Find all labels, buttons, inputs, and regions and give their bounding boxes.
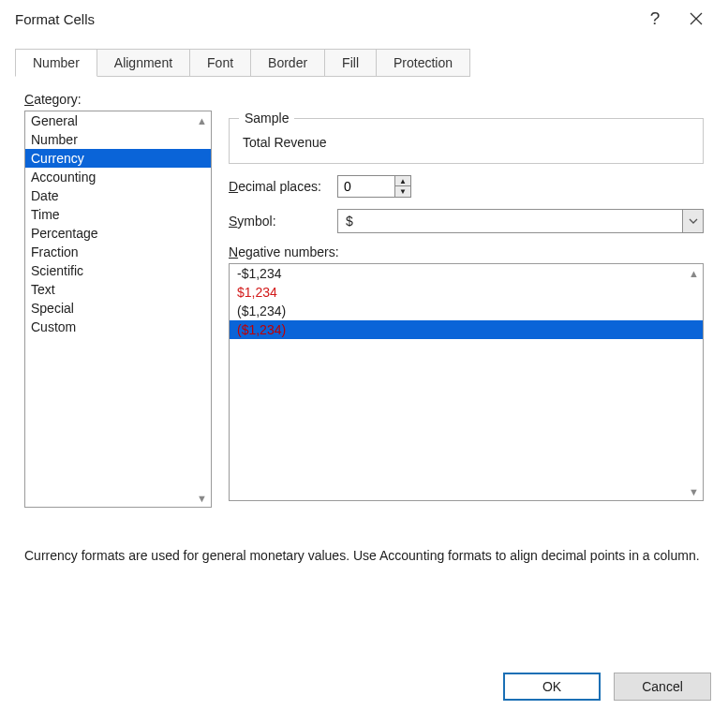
- negative-scrollbar[interactable]: ▲ ▼: [686, 265, 702, 499]
- category-item-date[interactable]: Date: [25, 186, 211, 205]
- category-listbox[interactable]: GeneralNumberCurrencyAccountingDateTimeP…: [24, 111, 212, 508]
- category-item-fraction[interactable]: Fraction: [25, 243, 211, 261]
- negative-option[interactable]: $1,234: [230, 283, 703, 302]
- negative-numbers-label: Negative numbers:: [229, 244, 704, 259]
- ok-button[interactable]: OK: [503, 673, 601, 701]
- tab-fill[interactable]: Fill: [325, 49, 377, 77]
- tab-alignment[interactable]: Alignment: [97, 49, 190, 77]
- sample-groupbox: Sample Total Revenue: [229, 111, 704, 164]
- symbol-value: $: [338, 214, 682, 229]
- sample-value: Total Revenue: [239, 135, 693, 150]
- help-icon[interactable]: ?: [634, 0, 676, 37]
- category-item-currency[interactable]: Currency: [25, 149, 211, 168]
- category-item-general[interactable]: General: [25, 111, 211, 130]
- title-bar: Format Cells ?: [0, 0, 728, 37]
- close-icon[interactable]: [676, 0, 717, 37]
- category-item-percentage[interactable]: Percentage: [25, 224, 211, 243]
- negative-option[interactable]: ($1,234): [230, 302, 703, 320]
- tab-border[interactable]: Border: [251, 49, 325, 77]
- category-label: Category:: [24, 92, 704, 107]
- decimal-places-input[interactable]: [338, 176, 394, 197]
- category-item-scientific[interactable]: Scientific: [25, 261, 211, 280]
- scroll-down-icon[interactable]: ▼: [686, 483, 702, 499]
- window-title: Format Cells: [15, 11, 634, 27]
- spinner-up-icon[interactable]: ▲: [395, 176, 410, 186]
- cancel-button[interactable]: Cancel: [614, 673, 711, 701]
- chevron-down-icon[interactable]: [682, 210, 703, 232]
- format-description: Currency formats are used for general mo…: [24, 547, 704, 566]
- sample-legend: Sample: [239, 111, 294, 126]
- spinner-down-icon[interactable]: ▼: [395, 186, 410, 197]
- symbol-label: Symbol:: [229, 214, 328, 229]
- decimal-places-spinner[interactable]: ▲ ▼: [337, 175, 411, 198]
- category-item-number[interactable]: Number: [25, 130, 211, 149]
- tab-strip: NumberAlignmentFontBorderFillProtection: [15, 49, 713, 77]
- tab-number-body: Category: GeneralNumberCurrencyAccountin…: [15, 77, 713, 629]
- scroll-up-icon[interactable]: ▲: [194, 112, 210, 128]
- scroll-down-icon[interactable]: ▼: [194, 490, 210, 506]
- decimal-places-label: Decimal places:: [229, 179, 328, 194]
- category-item-custom[interactable]: Custom: [25, 318, 211, 336]
- category-item-text[interactable]: Text: [25, 280, 211, 299]
- dialog-footer: OK Cancel: [503, 673, 711, 701]
- negative-option[interactable]: ($1,234): [230, 320, 703, 339]
- tab-font[interactable]: Font: [190, 49, 251, 77]
- tab-number[interactable]: Number: [15, 49, 97, 77]
- category-item-special[interactable]: Special: [25, 299, 211, 318]
- tab-protection[interactable]: Protection: [377, 49, 470, 77]
- category-scrollbar[interactable]: ▲ ▼: [194, 112, 210, 506]
- scroll-up-icon[interactable]: ▲: [686, 265, 702, 281]
- category-item-accounting[interactable]: Accounting: [25, 168, 211, 186]
- negative-option[interactable]: -$1,234: [230, 264, 703, 283]
- symbol-dropdown[interactable]: $: [337, 209, 704, 233]
- negative-numbers-listbox[interactable]: -$1,234$1,234($1,234)($1,234) ▲ ▼: [229, 263, 704, 501]
- category-item-time[interactable]: Time: [25, 205, 211, 224]
